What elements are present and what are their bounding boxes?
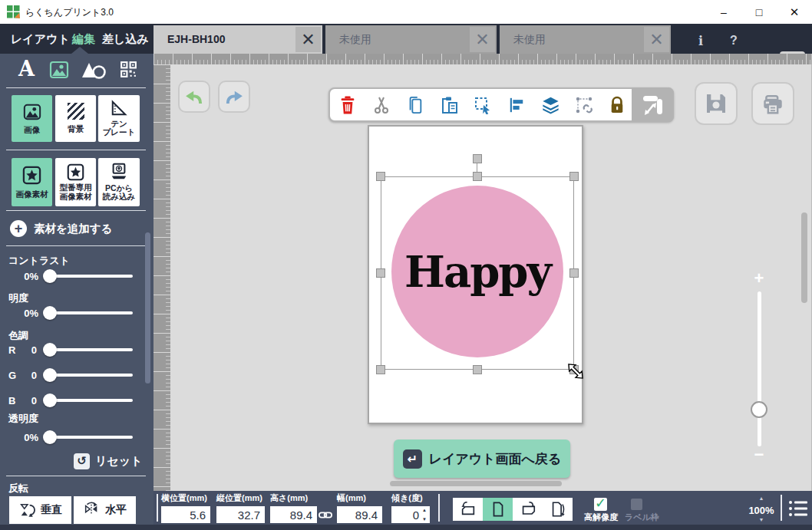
height-input[interactable] [270,506,317,523]
slider-handle[interactable] [43,393,57,407]
slider-handle[interactable] [43,430,57,444]
orientation-strip [453,498,573,521]
tab-close-icon[interactable]: ✕ [295,27,321,52]
reset-button[interactable]: ↺ リセット [74,453,142,469]
copy-button[interactable] [404,94,426,116]
slider-track[interactable] [45,436,133,439]
image-tool-icon[interactable] [49,60,69,80]
info-icon[interactable]: i [698,34,703,48]
selection-handle-n[interactable] [473,172,482,181]
return-to-layout-button[interactable]: ↵ レイアウト画面へ戻る [394,439,570,478]
active-menu-pointer [71,47,88,54]
source-model-assets-button[interactable]: 型番専用画像素材 [55,158,96,206]
selection-box[interactable] [381,176,574,370]
vertical-scrollbar[interactable] [801,212,807,303]
selection-handle-ne[interactable] [569,172,579,181]
tab-ejh-bh100[interactable]: EJH-BH100 ✕ [153,25,322,54]
layers-icon [541,96,560,114]
horizontal-scrollbar[interactable] [390,481,562,486]
rotate-left-button[interactable] [453,498,483,521]
slider-handle[interactable] [43,269,57,283]
label-frame-label: ラベル枠 [625,512,659,523]
flip-vertical-button[interactable]: 垂直 [9,496,71,524]
brightness-value: 0% [5,308,38,319]
slider-track[interactable] [45,348,133,351]
category-background-button[interactable]: 背景 [55,95,96,142]
slider-track[interactable] [45,311,133,314]
category-image-button[interactable]: 画像 [12,95,52,142]
save-button[interactable] [695,82,738,125]
undo-button[interactable] [178,81,210,113]
add-material-button[interactable]: + 素材を追加する [10,220,113,237]
rotate-180-button[interactable] [543,498,573,521]
tone-b-slider: B 0 [0,393,153,407]
width-input[interactable] [337,506,382,523]
tab-label: 未使用 [339,33,371,47]
selection-handle-w[interactable] [376,268,385,278]
menu-merge[interactable]: 差し込み [102,32,149,47]
zoom-step-down[interactable]: ▼ [756,517,767,522]
slider-handle[interactable] [43,368,57,382]
stripes-icon [68,103,84,120]
angle-spinner[interactable]: ▲▼ [421,508,428,522]
divider [781,495,782,521]
close-button[interactable]: ✕ [777,0,812,24]
align-button[interactable] [506,94,527,116]
slider-handle[interactable] [43,343,57,357]
layers-button[interactable] [540,94,561,116]
tab-unused-1[interactable]: 未使用 ✕ [325,25,497,54]
zoom-step-up[interactable]: ▲ [756,495,767,501]
minimize-button[interactable]: – [706,0,741,24]
zoom-out-button[interactable]: − [749,445,769,465]
menu-edit[interactable]: 編集 [72,32,95,47]
slider-handle[interactable] [43,306,57,320]
zoom-in-button[interactable]: + [749,268,769,288]
qrcode-tool-icon[interactable] [119,60,138,79]
x-position-input[interactable] [161,506,210,523]
resize-tool-button[interactable] [632,87,674,122]
redo-button[interactable] [218,81,250,113]
tab-close-icon[interactable]: ✕ [470,27,495,52]
zoom-slider-track[interactable] [758,291,761,446]
shape-tool-icon[interactable] [81,61,106,80]
label-frame-checkbox[interactable] [631,499,642,510]
selection-handle-sw[interactable] [376,365,385,374]
help-icon[interactable]: ? [730,34,738,48]
slider-track[interactable] [45,374,133,377]
maximize-button[interactable]: □ [741,0,777,24]
cut-button[interactable] [371,94,392,116]
group-button[interactable] [573,94,595,116]
category-template-button[interactable]: テンプレート [98,95,140,142]
window-title: らくちんプリント3.0 [25,6,114,19]
delete-button[interactable] [337,94,358,116]
marquee-select-icon [474,96,492,114]
source-image-assets-button[interactable]: 画像素材 [12,158,52,206]
text-tool-icon[interactable]: A [18,57,35,81]
tab-unused-2[interactable]: 未使用 ✕ [500,25,671,54]
select-button[interactable] [472,94,493,116]
selection-handle-nw[interactable] [376,172,385,181]
align-left-icon [508,97,525,114]
list-menu-icon[interactable] [788,499,808,518]
zoom-slider-handle[interactable] [751,401,767,418]
print-button[interactable] [751,82,794,125]
flip-horizontal-button[interactable]: 水平 [74,496,136,524]
high-res-checkbox[interactable]: ✓ [594,498,607,511]
selection-handle-e[interactable] [569,268,579,278]
tab-close-icon[interactable]: ✕ [644,27,669,52]
slider-track[interactable] [45,399,133,402]
paste-button[interactable] [438,94,460,116]
selection-handle-s[interactable] [473,365,482,374]
laptop-upload-icon [110,163,128,181]
rotate-right-button[interactable] [513,498,543,521]
slider-track[interactable] [45,275,133,278]
sidebar-scrollbar[interactable] [145,232,150,384]
rotation-handle[interactable] [473,154,482,163]
lock-button[interactable] [606,94,628,116]
link-dimensions-icon[interactable] [319,511,332,519]
y-position-input[interactable] [216,506,265,523]
rotate-none-button[interactable] [483,498,513,521]
menu-layout[interactable]: レイアウト [11,32,70,47]
source-load-from-pc-button[interactable]: PCから読み込み [98,158,140,206]
contrast-label: コントラスト [8,254,70,268]
